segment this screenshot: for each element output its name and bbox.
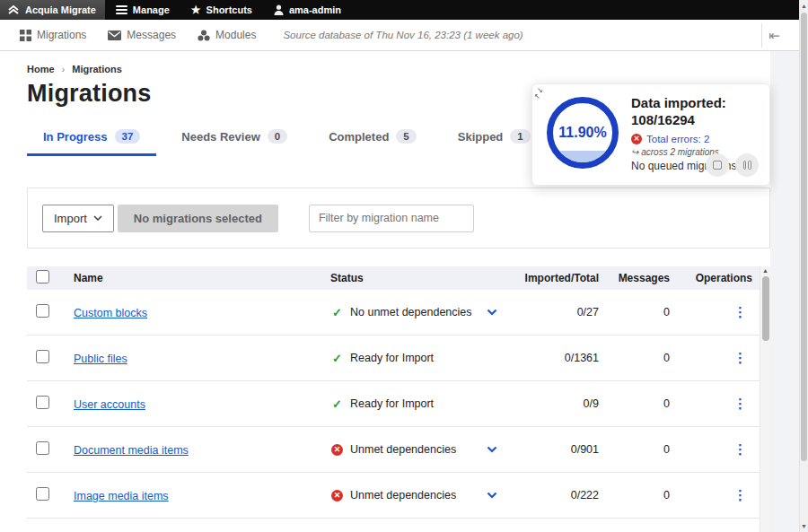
tab-label: Completed (329, 130, 389, 144)
pause-import-button[interactable] (735, 153, 759, 177)
expand-chevron-icon[interactable] (487, 446, 497, 453)
tab-count-badge: 0 (268, 129, 287, 144)
tab-label: Skipped (458, 130, 504, 144)
user-label: ama-admin (289, 4, 341, 15)
progress-percent: 11.90% (558, 125, 606, 141)
table-row: User accounts✓Ready for Import0/90⋮ (27, 381, 770, 427)
import-progress-card: ↘↖ 11.90% Data imported: 108/16294 ✕ Tot… (531, 83, 770, 186)
table-row: Private files✕Unmet dependencies0/10⋮ (27, 519, 770, 532)
error-circle-icon: ✕ (631, 134, 642, 144)
row-checkbox[interactable] (36, 441, 49, 455)
operations-menu-icon[interactable]: ⋮ (733, 397, 747, 410)
user-menu[interactable]: ama-admin (263, 0, 352, 20)
scrollbar-up-arrow[interactable]: ▲ (800, 3, 808, 9)
admin-bar: Acquia Migrate Manage ★ Shortcuts ama-ad… (0, 0, 799, 20)
status-check-icon: ✓ (332, 306, 342, 319)
status-text: Ready for Import (350, 397, 487, 410)
collapse-toolbar-button[interactable]: ⇤ (761, 23, 786, 48)
scrollbar-down-arrow[interactable]: ▼ (800, 523, 808, 529)
migration-name-link[interactable]: Custom blocks (74, 307, 147, 319)
pause-icon (743, 161, 751, 170)
tab-completed[interactable]: Completed5 (312, 122, 433, 156)
no-migrations-selected-button: No migrations selected (118, 205, 278, 232)
data-imported-label: Data imported: (631, 95, 736, 112)
status-error-icon: ✕ (331, 490, 343, 501)
import-dropdown-button[interactable]: Import (42, 205, 114, 232)
shortcuts-menu[interactable]: ★ Shortcuts (180, 0, 263, 20)
imported-total-value: 0/222 (510, 489, 599, 501)
filter-panel: Import No migrations selected (27, 188, 770, 249)
hamburger-icon (116, 5, 127, 14)
operations-menu-icon[interactable]: ⋮ (733, 443, 747, 456)
migration-name-link[interactable]: Image media items (74, 490, 169, 502)
imported-total-value: 0/27 (510, 306, 599, 318)
row-checkbox[interactable] (36, 487, 49, 501)
expand-chevron-icon[interactable] (487, 309, 497, 316)
tab-label: In Progress (43, 130, 108, 144)
status-text: Unmet dependencies (350, 489, 487, 501)
toolbar: Migrations Messages Modules Source datab… (0, 20, 799, 51)
data-imported-count: 108/16294 (631, 112, 736, 129)
header-status: Status (303, 272, 510, 284)
messages-count: 0 (599, 306, 670, 318)
row-checkbox[interactable] (36, 350, 49, 363)
page-scrollbar-thumb[interactable] (801, 13, 807, 461)
collapse-card-icon[interactable]: ↘↖ (537, 87, 543, 100)
star-icon: ★ (191, 4, 201, 15)
acquia-migrate-brand[interactable]: Acquia Migrate (0, 0, 105, 20)
breadcrumb-home-link[interactable]: Home (27, 64, 55, 74)
stop-icon (713, 161, 722, 170)
table-row: Custom blocks✓No unmet dependencies0/270… (27, 290, 770, 336)
messages-count: 0 (599, 352, 670, 364)
double-chevron-up-icon (7, 4, 20, 15)
right-gutter (770, 51, 799, 532)
total-errors-label: Total errors: 2 (646, 134, 709, 144)
operations-menu-icon[interactable]: ⋮ (733, 352, 747, 364)
toolbar-messages-label: Messages (127, 29, 176, 41)
modules-icon (198, 30, 210, 41)
status-text: Unmet dependencies (350, 443, 487, 456)
brand-label: Acquia Migrate (25, 4, 96, 15)
migration-filter-input[interactable] (309, 205, 474, 232)
select-all-checkbox[interactable] (36, 270, 49, 283)
toolbar-item-modules[interactable]: Modules (187, 29, 267, 41)
header-imported-total: Imported/Total (510, 272, 599, 284)
stop-import-button[interactable] (706, 153, 729, 177)
table-scrollbar[interactable]: ▲ (760, 266, 770, 532)
table-scrollbar-up-arrow[interactable]: ▲ (760, 267, 770, 274)
table-scrollbar-thumb[interactable] (762, 276, 769, 341)
progress-ring-fill (553, 151, 612, 162)
status-text: Ready for Import (350, 352, 487, 364)
migration-name-link[interactable]: User accounts (74, 398, 145, 411)
tab-label: Needs Review (181, 130, 259, 144)
progress-ring: 11.90% (547, 97, 619, 169)
imported-total-value: 0/1361 (510, 352, 599, 364)
row-checkbox[interactable] (36, 396, 49, 409)
toolbar-item-messages[interactable]: Messages (97, 29, 187, 41)
migration-name-link[interactable]: Document media items (74, 444, 189, 457)
page-scrollbar[interactable]: ▲ ▼ (799, 0, 808, 532)
status-check-icon: ✓ (332, 352, 342, 365)
shortcuts-label: Shortcuts (206, 4, 252, 15)
toolbar-migrations-label: Migrations (37, 29, 86, 41)
tab-needs-review[interactable]: Needs Review0 (165, 122, 303, 156)
envelope-icon (108, 31, 121, 40)
table-header-row: Name Status Imported/Total Messages Oper… (27, 266, 770, 290)
table-row: Image media items✕Unmet dependencies0/22… (27, 473, 770, 519)
status-text: No unmet dependencies (350, 306, 487, 318)
manage-menu[interactable]: Manage (105, 0, 180, 20)
migration-name-link[interactable]: Public files (74, 353, 127, 365)
messages-count: 0 (599, 489, 670, 501)
header-name: Name (74, 272, 303, 284)
status-check-icon: ✓ (332, 397, 342, 411)
expand-chevron-icon[interactable] (487, 492, 497, 499)
row-checkbox[interactable] (36, 304, 49, 318)
grid-icon (20, 30, 31, 41)
operations-menu-icon[interactable]: ⋮ (733, 306, 747, 318)
tab-count-badge: 1 (510, 129, 530, 144)
tab-in-progress[interactable]: In Progress37 (27, 122, 156, 156)
imported-total-value: 0/9 (510, 397, 599, 410)
total-errors-link[interactable]: ✕ Total errors: 2 (631, 134, 736, 144)
operations-menu-icon[interactable]: ⋮ (733, 489, 747, 501)
toolbar-item-migrations[interactable]: Migrations (9, 29, 97, 41)
